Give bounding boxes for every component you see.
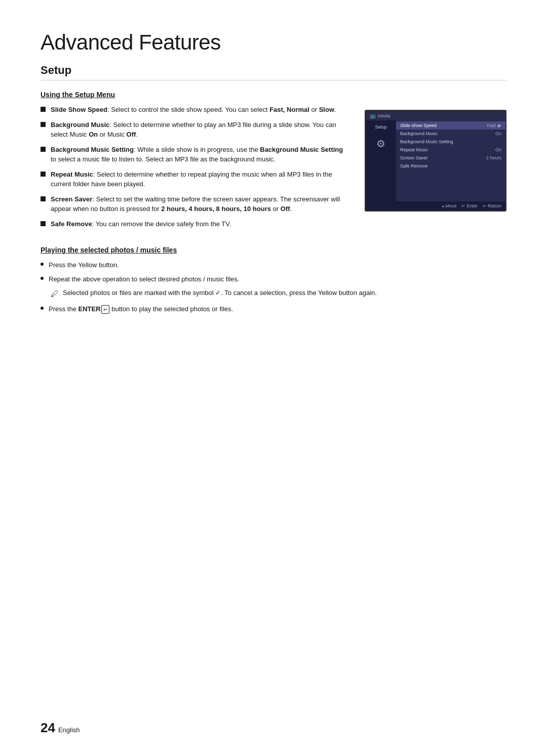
tv-menu-item-screen-saver: Screen Saver 2 hours bbox=[396, 154, 505, 162]
bullet-repeat-music: Repeat Music: Select to determine whethe… bbox=[41, 170, 344, 189]
setup-menu-subtitle: Using the Setup Menu bbox=[41, 91, 506, 99]
tv-menu-item-bg-music: Background Music On bbox=[396, 130, 505, 138]
bullet-slide-show-speed: Slide Show Speed: Select to control the … bbox=[41, 105, 344, 115]
bold-times: 2 hours, 4 hours, 8 hours, 10 hours bbox=[161, 205, 271, 213]
enter-label: Enter bbox=[466, 203, 478, 208]
bullet-square-icon bbox=[41, 172, 46, 177]
bold-label: Slide Show Speed bbox=[51, 106, 107, 113]
bullet-safe-remove: Safe Remove: You can remove the device s… bbox=[41, 219, 344, 229]
dot-text: Repeat the above operation to select des… bbox=[49, 274, 506, 284]
dot-icon bbox=[41, 263, 44, 266]
bullet-text: Background Music: Select to determine wh… bbox=[51, 120, 344, 140]
return-icon: ↩ bbox=[483, 203, 487, 208]
full-bullet-list: Screen Saver: Select to set the waiting … bbox=[41, 194, 344, 229]
tv-menu-item-repeat-music: Repeat Music On bbox=[396, 146, 505, 154]
bullet-background-music: Background Music: Select to determine wh… bbox=[41, 120, 344, 140]
bullet-text: Safe Remove: You can remove the device s… bbox=[51, 219, 344, 229]
nav-enter: ↵ Enter bbox=[461, 203, 478, 208]
move-icon: ⬥ bbox=[442, 203, 444, 208]
dot-text: Press the Yellow button. bbox=[49, 260, 506, 270]
move-label: Move bbox=[445, 203, 456, 208]
tv-top-bar: 📺 Media bbox=[366, 111, 505, 120]
tv-screenshot: 📺 Media Setup ⚙ Slide show Speed Fast ▶ bbox=[365, 110, 506, 212]
dot-icon bbox=[41, 277, 44, 280]
tv-sidebar-label: Setup bbox=[375, 124, 387, 130]
enter-icon: ↵ bbox=[461, 203, 465, 208]
bold-mid: Background Music Setting bbox=[260, 146, 343, 153]
tv-bottom-bar: ⬥ Move ↵ Enter ↩ Return bbox=[366, 201, 505, 211]
tv-menu-item-slide-show: Slide show Speed Fast ▶ bbox=[396, 121, 505, 130]
nav-move: ⬥ Move bbox=[442, 203, 456, 208]
dot-item-press-yellow: Press the Yellow button. bbox=[41, 260, 506, 270]
tv-media-icon: 📺 bbox=[370, 113, 376, 118]
setup-bullet-list: Slide Show Speed: Select to control the … bbox=[41, 105, 344, 189]
note-symbol-icon: 🖊 bbox=[51, 288, 59, 300]
bold-on: On bbox=[89, 131, 98, 138]
page-number: 24 bbox=[41, 720, 55, 736]
full-width-bullets: Screen Saver: Select to set the waiting … bbox=[41, 194, 344, 229]
text-column: Slide Show Speed: Select to control the … bbox=[41, 105, 344, 234]
bullet-square-icon bbox=[41, 122, 46, 127]
dot-text: Press the ENTER↵ button to play the sele… bbox=[49, 304, 506, 314]
playing-files-list: Press the Yellow button. Repeat the abov… bbox=[41, 260, 506, 284]
menu-item-value: Fast bbox=[487, 123, 496, 128]
page-container: Advanced Features Setup Using the Setup … bbox=[0, 0, 547, 349]
tv-menu-item-safe-remove: Safe Remove bbox=[396, 162, 505, 170]
enter-label-bold: ENTER bbox=[79, 305, 101, 313]
section-title: Setup bbox=[41, 64, 506, 80]
note-text: Selected photos or files are marked with… bbox=[63, 288, 377, 298]
note-item: 🖊 Selected photos or files are marked wi… bbox=[51, 288, 506, 300]
gear-icon: ⚙ bbox=[376, 138, 385, 150]
menu-item-label: Background Music Setting bbox=[400, 139, 501, 144]
bold-label: Safe Remove bbox=[51, 220, 92, 228]
bullet-square-icon bbox=[41, 221, 46, 226]
tv-sidebar: Setup ⚙ bbox=[366, 120, 396, 201]
menu-item-value: On bbox=[495, 131, 501, 136]
playing-files-subtitle: Playing the selected photos / music file… bbox=[41, 246, 506, 254]
bold-label: Screen Saver bbox=[51, 195, 92, 203]
content-wrapper: Slide Show Speed: Select to control the … bbox=[41, 105, 506, 234]
arrow-right-icon: ▶ bbox=[498, 123, 501, 128]
bullet-text: Background Music Setting: While a slide … bbox=[51, 145, 344, 164]
menu-item-label: Repeat Music bbox=[400, 147, 495, 152]
page-title: Advanced Features bbox=[41, 30, 506, 55]
menu-item-value: 2 hours bbox=[486, 155, 501, 160]
menu-item-label: Slide show Speed bbox=[400, 123, 487, 128]
bold-slow: Slow bbox=[319, 106, 334, 113]
tv-menu: Slide show Speed Fast ▶ Background Music… bbox=[396, 120, 505, 201]
bold-label: Background Music bbox=[51, 121, 109, 129]
menu-item-value: On bbox=[495, 147, 501, 152]
menu-item-label: Safe Remove bbox=[400, 163, 501, 169]
tv-top-label: Media bbox=[378, 113, 390, 118]
dot-item-press-enter: Press the ENTER↵ button to play the sele… bbox=[41, 304, 506, 314]
bold-label: Repeat Music bbox=[51, 171, 93, 178]
press-enter-list: Press the ENTER↵ button to play the sele… bbox=[41, 304, 506, 314]
bullet-square-icon bbox=[41, 147, 46, 152]
dot-icon bbox=[41, 307, 44, 310]
bullet-text: Repeat Music: Select to determine whethe… bbox=[51, 170, 344, 189]
bullet-text: Slide Show Speed: Select to control the … bbox=[51, 105, 344, 115]
bullet-square-icon bbox=[41, 196, 46, 201]
tv-content: Setup ⚙ Slide show Speed Fast ▶ Backgrou… bbox=[366, 120, 505, 201]
enter-box-icon: ↵ bbox=[101, 305, 109, 314]
tv-menu-item-bg-music-setting: Background Music Setting bbox=[396, 138, 505, 146]
page-footer: 24 English bbox=[41, 720, 80, 736]
bullet-square-icon bbox=[41, 107, 46, 112]
bold-off: Off bbox=[281, 205, 290, 213]
bullet-text: Screen Saver: Select to set the waiting … bbox=[51, 194, 344, 214]
menu-item-label: Screen Saver bbox=[400, 155, 486, 160]
screenshot-column: 📺 Media Setup ⚙ Slide show Speed Fast ▶ bbox=[365, 110, 506, 234]
bold-off: Off bbox=[127, 131, 136, 138]
bullet-screen-saver: Screen Saver: Select to set the waiting … bbox=[41, 194, 344, 214]
dot-item-repeat-op: Repeat the above operation to select des… bbox=[41, 274, 506, 284]
nav-return: ↩ Return bbox=[483, 203, 501, 208]
page-language: English bbox=[58, 726, 80, 734]
bold-options: Fast, Normal bbox=[269, 106, 309, 113]
bullet-bg-music-setting: Background Music Setting: While a slide … bbox=[41, 145, 344, 164]
return-label: Return bbox=[488, 203, 501, 208]
bold-label: Background Music Setting bbox=[51, 146, 134, 153]
menu-item-label: Background Music bbox=[400, 131, 495, 136]
